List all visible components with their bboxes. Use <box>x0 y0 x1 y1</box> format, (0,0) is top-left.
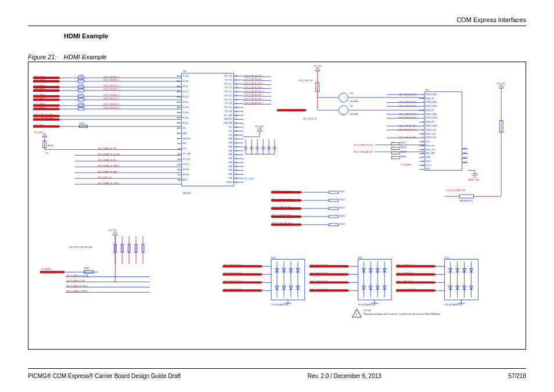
svg-text:TMDS_CLK+: TMDS_CLK+ <box>426 129 437 131</box>
svg-text:DDI3_PAIR1-: DDI3_PAIR1- <box>34 88 45 91</box>
mosfet-part1: BSS138W <box>350 100 358 103</box>
svg-text:R1322: R1322 <box>339 215 345 217</box>
svg-text:C1077: C1077 <box>78 93 84 95</box>
svg-text:C1077: C1077 <box>78 96 84 99</box>
svg-text:R1321: R1321 <box>339 190 345 193</box>
svg-text:I2C_SCL: I2C_SCL <box>183 158 190 160</box>
svg-text:DDI_3_HDMI_LS_I2C_EN: DDI_3_HDMI_LS_I2C_EN <box>98 153 120 156</box>
rail-vcc5v0: VCC_5V0 <box>497 82 505 196</box>
svg-text:DDI_3_PIN_R2_EXT_+: DDI_3_PIN_R2_EXT_+ <box>311 264 330 267</box>
svg-text:OUT_D3-: OUT_D3- <box>225 102 233 105</box>
svg-text:C1076: C1076 <box>78 84 84 86</box>
svg-text:Reserved: Reserved <box>426 145 434 147</box>
rail-hdmi5v-label: V_5V0_S0_HDMI_CON <box>446 189 466 192</box>
svg-marker-231 <box>315 67 320 71</box>
svg-text:DDC_CLK: DDC_CLK <box>426 149 436 151</box>
svg-text:IN_D4-: IN_D4- <box>183 122 189 124</box>
svg-rect-511 <box>445 260 479 300</box>
svg-text:DDI_3_HDMI_LS_PD#: DDI_3_HDMI_LS_PD# <box>98 159 117 161</box>
svg-text:OUT_D3+: OUT_D3+ <box>224 99 233 101</box>
svg-text:TVS_RCLAMP0524P: TVS_RCLAMP0524P <box>271 304 289 306</box>
svg-marker-426 <box>40 271 66 273</box>
note46-ref: NOTE46 <box>364 310 371 312</box>
svg-text:DDI_3_HDMI_LS_TEST2: DDI_3_HDMI_LS_TEST2 <box>67 290 88 293</box>
svg-text:SDA: SDA <box>426 156 430 159</box>
svg-text:SCL: SCL <box>183 127 186 130</box>
svg-text:DN: DN <box>46 152 49 154</box>
svg-text:IN_D4+: IN_D4+ <box>183 117 189 119</box>
svg-text:GND: GND <box>228 142 233 144</box>
res-r1316: R1316 <box>48 145 54 147</box>
svg-text:DDI3_PAIR0+: DDI3_PAIR0+ <box>34 76 46 78</box>
svg-text:GND11: GND11 <box>226 181 233 184</box>
svg-marker-414 <box>113 232 117 235</box>
svg-text:TMDS_DAT0-: TMDS_DAT0- <box>426 125 438 127</box>
net-hpd-int: DDI_3_HPD_INT <box>298 80 312 82</box>
svg-rect-340 <box>391 147 400 149</box>
rail-vcc3v3-3: VCC_3V3 <box>34 131 42 134</box>
svg-text:IN_D3+: IN_D3+ <box>183 106 189 109</box>
svg-text:D160: D160 <box>358 257 362 259</box>
section-heading: HDMI Example <box>64 33 108 39</box>
svg-text:DDI3_CTRLCLK_AUX+: DDI3_CTRLCLK_AUX+ <box>34 114 54 116</box>
svg-text:R8178: R8178 <box>401 146 406 149</box>
figure-title: HDMI Example <box>64 53 107 60</box>
svg-point-237 <box>339 106 348 115</box>
svg-text:DDC_DAT: DDC_DAT <box>426 152 435 154</box>
svg-text:GND: GND <box>228 153 233 156</box>
gnd-flash: GND_FLASH <box>243 178 255 180</box>
svg-text:R8179: R8179 <box>401 151 406 153</box>
svg-text:DDI_3_PIN_R1_C_-: DDI_3_PIN_R1_C_- <box>103 88 120 91</box>
input-diff-pairs: C1061DDI_3_PIN_R0_C_+C1061DDI_3_PIN_R0_C… <box>61 74 182 128</box>
net-oe-reset: OE_RESET# <box>41 268 52 271</box>
mosfet-part2: BSS138W <box>350 113 358 116</box>
footer: PICMG® COM Express® Carrier Board Design… <box>28 373 526 379</box>
svg-text:TMDS_DAT2-: TMDS_DAT2- <box>426 101 438 103</box>
svg-text:DDI3_PAIR0-: DDI3_PAIR0- <box>34 80 45 82</box>
svg-text:GND: GND <box>228 177 233 179</box>
svg-text:OUT_D0-: OUT_D0- <box>225 79 233 81</box>
svg-text:DDI_3_PIN_R2_C_+: DDI_3_PIN_R2_C_+ <box>103 94 121 96</box>
svg-text:OUT_D4+: OUT_D4+ <box>224 106 233 109</box>
svg-text:CEC: CEC <box>426 141 430 143</box>
header-right: COM Express Interfaces <box>456 16 526 23</box>
svg-text:GND: GND <box>228 166 233 168</box>
footer-right: 57/218 <box>508 373 526 379</box>
svg-text:VCC: VCC <box>229 126 233 128</box>
svg-text:C1061: C1061 <box>78 74 84 77</box>
svg-text:DDI3_PAIR3-: DDI3_PAIR3- <box>34 107 45 109</box>
ic-vcc-block: VCC_3V3 GND_FLASH <box>243 125 276 181</box>
svg-text:R1319: R1319 <box>339 199 345 201</box>
svg-text:OUT_D2+: OUT_D2+ <box>224 91 233 93</box>
svg-text:DDI_3_PIN_R3_C_+: DDI_3_PIN_R3_C_+ <box>103 103 121 106</box>
svg-text:SHLD_D2: SHLD_D2 <box>426 98 435 100</box>
rail-vcc3v3-2: VCC_3V3 <box>255 125 263 128</box>
rail-vcc3v3-4: VCC_3V3 <box>108 229 116 232</box>
svg-text:DDI_3_PIN_R2_EXT_+: DDI_3_PIN_R2_EXT_+ <box>244 91 264 93</box>
svg-text:VCC: VCC <box>229 134 233 136</box>
svg-text:DDI_3_PIN_R1_EXT_-: DDI_3_PIN_R1_EXT_- <box>224 289 243 291</box>
svg-text:5V_IN: 5V_IN <box>426 164 432 167</box>
svg-text:OUT_D1-: OUT_D1- <box>225 87 233 89</box>
svg-text:IN_D2+: IN_D2+ <box>183 96 189 98</box>
hdmi-5v-filter: V_5V0_S0_HDMI_CON MMZ1608J5FT1 <box>445 189 502 202</box>
svg-text:HPD_SNK: HPD_SNK <box>224 122 233 124</box>
svg-text:SDA_EN: SDA_EN <box>183 138 190 140</box>
svg-text:GND: GND <box>228 150 233 152</box>
svg-text:!: ! <box>356 312 357 317</box>
svg-text:C1078: C1078 <box>78 102 84 105</box>
svg-rect-342 <box>391 152 400 154</box>
svg-text:C1076: C1076 <box>78 87 84 89</box>
output-diff-pairs: DDI_3_PIN_R0_EXT_+DDI_3_PIN_R0_EXT_-DDI_… <box>243 75 271 105</box>
svg-rect-344 <box>391 156 400 159</box>
svg-text:DDI_3_PIN_R1_EXT_-: DDI_3_PIN_R1_EXT_- <box>244 87 264 89</box>
svg-text:DDI_3_CTRLDAT_AUX_-: DDI_3_CTRLDAT_AUX_- <box>272 206 293 208</box>
shield-gnd-label: SHIELD_GND <box>467 179 480 181</box>
svg-text:DDI_3_PIN_R3_C_-: DDI_3_PIN_R3_C_- <box>103 107 120 109</box>
svg-text:VCC: VCC <box>229 130 233 132</box>
ic-left-pins: IN_D0+37IN_D0-36IN_D1+39IN_D1-38IN_D2+42… <box>177 75 191 181</box>
svg-text:DDI_3_PIN_R0_C_-: DDI_3_PIN_R0_C_- <box>103 80 120 82</box>
svg-marker-240 <box>277 109 307 112</box>
svg-text:DDI3_PAIR3+: DDI3_PAIR3+ <box>34 103 46 106</box>
figure-number: Figure 21: <box>28 53 57 60</box>
